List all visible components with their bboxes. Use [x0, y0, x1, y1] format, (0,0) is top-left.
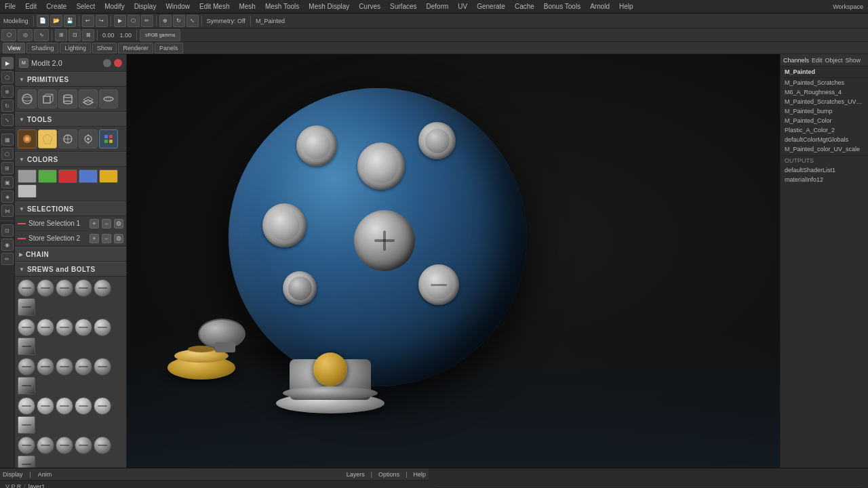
tab-lighting[interactable]: Lighting — [60, 43, 91, 54]
section-chain-header[interactable]: ▶ CHAIN — [15, 247, 126, 262]
sel-1-add-button[interactable]: + — [90, 219, 99, 228]
tb-paint[interactable]: ✏ — [141, 15, 153, 27]
screw-7[interactable] — [37, 319, 54, 336]
tb-shader[interactable]: sRGB gamma — [140, 29, 180, 41]
tb-lasso[interactable]: ⬡ — [127, 15, 140, 27]
tb-rotate[interactable]: ↻ — [173, 15, 185, 27]
menu-deform[interactable]: Deform — [425, 3, 451, 10]
tb-curve[interactable]: ∿ — [34, 29, 49, 41]
sel-1-opts-button[interactable]: ⚙ — [114, 219, 123, 228]
tool-rotate-icon[interactable]: ↻ — [1, 100, 14, 112]
channel-5[interactable]: M_Painted_Color — [781, 116, 868, 125]
prim-cylinder-icon[interactable] — [58, 89, 77, 108]
screw-15[interactable] — [94, 358, 111, 375]
swatch-blue[interactable] — [79, 169, 98, 183]
screw-8[interactable] — [56, 319, 73, 336]
menu-mesh-tools[interactable]: Mesh Tools — [263, 3, 301, 10]
channel-6[interactable]: Plastic_A_Color_2 — [781, 125, 868, 135]
prim-cube-icon[interactable] — [38, 89, 57, 108]
tb-scale[interactable]: ⤡ — [186, 15, 199, 27]
tb-snap3[interactable]: ⊠ — [82, 29, 94, 41]
show-tab[interactable]: Show — [846, 57, 861, 64]
tb-nurbs[interactable]: ◎ — [18, 29, 33, 41]
object-tab[interactable]: Object — [825, 57, 843, 64]
channel-8[interactable]: M_Painted_color_UV_scale — [781, 144, 868, 154]
sel-2-add-button[interactable]: + — [90, 234, 99, 243]
tb-snap1[interactable]: ⊞ — [55, 29, 67, 41]
menu-edit-mesh[interactable]: Edit Mesh — [197, 3, 231, 10]
screw-flat-3[interactable] — [18, 377, 35, 394]
sel-2-del-button[interactable]: − — [102, 234, 111, 243]
screw-18[interactable] — [56, 397, 73, 415]
prim-sphere-icon[interactable] — [18, 89, 37, 108]
tool-snap-icon[interactable]: ⊡ — [1, 224, 14, 237]
tool-icon-5[interactable] — [99, 129, 118, 148]
menu-edit[interactable]: Edit — [23, 3, 39, 10]
screw-11[interactable] — [18, 358, 35, 375]
screw-10[interactable] — [94, 319, 111, 336]
screw-17[interactable] — [37, 397, 54, 415]
swatch-green[interactable] — [38, 169, 57, 183]
screw-22[interactable] — [37, 436, 54, 454]
modit-minimize-button[interactable] — [103, 59, 111, 67]
tab-shading[interactable]: Shading — [26, 43, 58, 54]
section-selections-header[interactable]: ▼ SELECTIONS — [15, 201, 126, 216]
screw-3[interactable] — [56, 279, 73, 297]
tool-scale-icon[interactable]: ⤡ — [1, 114, 14, 126]
screw-19[interactable] — [75, 397, 92, 415]
display-tab[interactable]: Display — [3, 471, 23, 478]
screw-14[interactable] — [75, 358, 92, 375]
selection-row-2[interactable]: Store Selection 2 + − ⚙ — [15, 231, 126, 246]
screw-4[interactable] — [75, 279, 92, 297]
screw-flat-5[interactable] — [18, 455, 35, 468]
prim-torus-icon[interactable] — [99, 89, 118, 108]
screw-21[interactable] — [18, 436, 35, 454]
help-tab[interactable]: Help — [413, 471, 426, 478]
swatch-gray[interactable] — [18, 169, 37, 183]
tool-bevel-icon[interactable]: ◈ — [1, 190, 14, 203]
tool-mesh-icon[interactable]: ⬡ — [1, 148, 14, 160]
menu-generate[interactable]: Generate — [475, 3, 507, 10]
menu-surfaces[interactable]: Surfaces — [388, 3, 418, 10]
swatch-light-gray[interactable] — [18, 184, 37, 198]
swatch-red[interactable] — [58, 169, 77, 183]
menu-arnold[interactable]: Arnold — [588, 3, 612, 10]
screw-9[interactable] — [75, 319, 92, 336]
tab-panels[interactable]: Panels — [155, 43, 183, 54]
sel-2-opts-button[interactable]: ⚙ — [114, 234, 123, 243]
layer-name[interactable]: layer1 — [28, 483, 45, 488]
tool-icon-2[interactable] — [38, 129, 57, 148]
tb-select[interactable]: ▶ — [114, 15, 126, 27]
tb-snap2[interactable]: ⊡ — [68, 29, 81, 41]
menu-mesh-display[interactable]: Mesh Display — [307, 3, 351, 10]
screw-2[interactable] — [37, 279, 54, 297]
edit-tab[interactable]: Edit — [812, 57, 823, 64]
tool-lasso-icon[interactable]: ⬡ — [1, 71, 14, 83]
section-screws-header[interactable]: ▼ SREWS and BOLTS — [15, 262, 126, 277]
menu-modify[interactable]: Modify — [102, 3, 126, 10]
channel-1[interactable]: M_Painted_Scratches — [781, 78, 868, 87]
channel-7[interactable]: defaultColorMgtGlobals — [781, 135, 868, 144]
options-tab[interactable]: Options — [378, 471, 399, 478]
menu-bonus[interactable]: Bonus Tools — [542, 3, 583, 10]
screw-25[interactable] — [94, 436, 111, 454]
channel-4[interactable]: M_Painted_bump — [781, 106, 868, 116]
screw-6[interactable] — [18, 319, 35, 336]
menu-create[interactable]: Create — [44, 3, 68, 10]
output-2[interactable]: materialInfo12 — [781, 175, 868, 184]
tool-bridge-icon[interactable]: ⋈ — [1, 205, 14, 217]
tool-icon-4[interactable] — [79, 129, 98, 148]
menu-mesh[interactable]: Mesh — [237, 3, 257, 10]
screw-1[interactable] — [18, 279, 35, 297]
menu-uv[interactable]: UV — [456, 3, 469, 10]
sel-1-del-button[interactable]: − — [102, 219, 111, 228]
channel-3[interactable]: M_Painted_Scratches_UVScale — [781, 97, 868, 106]
menu-window[interactable]: Window — [163, 3, 192, 10]
swatch-yellow[interactable] — [99, 169, 118, 183]
screw-23[interactable] — [56, 436, 73, 454]
tb-redo[interactable]: ↪ — [96, 15, 108, 27]
modit-close-button[interactable] — [114, 59, 122, 67]
channels-tab[interactable]: Channels — [783, 57, 809, 64]
menu-cache[interactable]: Cache — [513, 3, 536, 10]
screw-13[interactable] — [56, 358, 73, 375]
